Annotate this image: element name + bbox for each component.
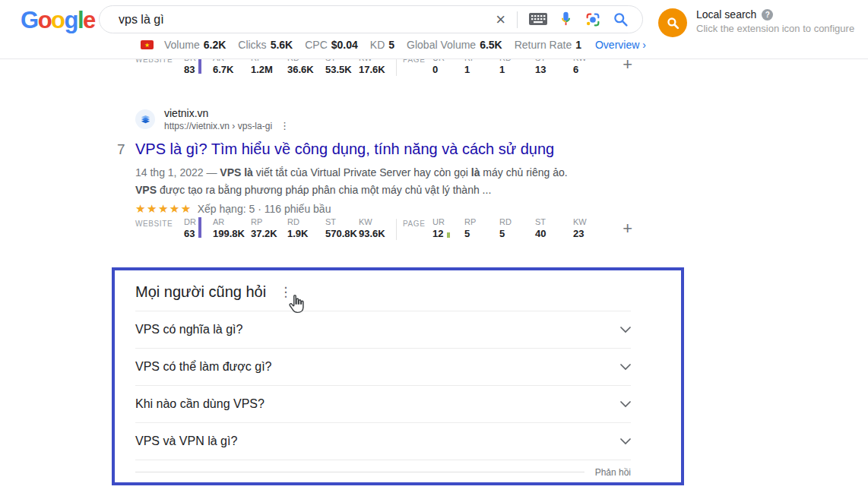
help-icon[interactable]: ? [762,9,773,21]
seo-metric-value: $0.04 [331,39,358,51]
logo-letter: e [83,7,95,34]
extension-info: Local search ? Click the extension icon … [658,8,854,37]
chevron-down-icon[interactable] [620,401,631,408]
chevron-down-icon[interactable] [620,438,631,445]
overview-link[interactable]: Overview › [595,39,646,51]
seo-metric-label: Global Volume [407,39,476,51]
google-serp-page: WEBSITE DR 83 AR 6.7K [0,0,868,496]
logo-letter: G [21,7,38,34]
feedback-divider [135,472,584,472]
metric-label: RP [251,217,277,226]
keyboard-icon[interactable] [529,13,547,26]
seo-metric: Volume 6.2K [164,39,226,51]
metric-value: 1.2M [251,64,273,75]
logo-letter: o [38,7,51,34]
seo-metric-label: CPC [305,39,328,51]
result-site-name[interactable]: vietnix.vn [164,106,290,120]
serp-metrics-row: WEBSITE DR 63 AR 199.8K [135,217,632,240]
metric-value: 5 [499,228,512,239]
metric-value: 83 [184,64,196,75]
metric-label: RD [287,217,308,226]
add-metrics-button[interactable]: + [622,219,632,239]
seo-metric: CPC $0.04 [305,39,358,51]
logo-letter: g [65,7,78,34]
feedback-link[interactable]: Phản hồi [595,467,631,478]
paa-question-row[interactable]: VPS có nghĩa là gì? [135,311,631,349]
seo-metric: Clicks 5.6K [238,39,293,51]
metrics-group-divider [396,219,397,240]
seo-metric-value: 5.6K [271,39,293,51]
metric-value: 570.8K [325,228,357,239]
seo-metric-label: Clicks [238,39,266,51]
seo-metric: KD 5 [370,39,394,51]
voice-search-icon[interactable] [559,11,573,29]
metric-value: 13 [535,64,546,75]
people-also-ask-box: Mọi người cũng hỏi ⋮ VPS có nghĩa là gì?… [112,267,684,485]
metric-value: 6.7K [213,64,233,75]
local-search-extension-icon[interactable] [658,8,687,37]
seo-metric-value: 6.5K [480,39,502,51]
seo-metric-label: Return Rate [515,39,572,51]
seo-metric-label: Volume [164,39,200,51]
vietnix-favicon [135,109,155,129]
search-input[interactable]: vps là gì [119,13,484,27]
paa-question-row[interactable]: VPS và VPN là gì? [135,423,631,460]
metric-label: ST [325,217,357,226]
metric-value: 1.9K [287,228,308,239]
chevron-down-icon[interactable] [620,364,631,371]
search-box[interactable]: vps là gì × [99,5,643,33]
metric-label: RD [499,217,512,226]
metric-value: 1 [464,64,476,75]
clear-search-icon[interactable]: × [496,12,505,27]
page-metrics-group: UR 12 RP 5 RD 5 [432,217,607,239]
metric-label: KW [359,217,385,226]
website-metrics-label: WEBSITE [135,217,184,228]
ur-score-bar [447,232,450,238]
paa-question-row[interactable]: VPS có thể làm được gì? [135,349,631,386]
metric-label: AR [213,217,245,226]
paa-question-text: VPS có thể làm được gì? [135,360,272,374]
result-title-link[interactable]: VPS là gì? Tìm hiểu về công dụng, tính n… [135,139,634,159]
metric-value: 6 [573,64,587,75]
logo-letter: l [78,7,83,34]
metric-column: KW 93.6K [359,217,391,239]
metric-value: 37.2K [251,228,277,239]
metric-column: RP 37.2K [251,217,287,239]
chevron-down-icon[interactable] [620,327,631,333]
metric-column: KW 23 [573,217,607,239]
page-metrics-label: PAGE [403,217,432,228]
google-lens-icon[interactable] [584,11,601,28]
metric-value: 1 [499,64,512,75]
seo-metric: Global Volume 6.5K [407,39,502,51]
extension-hint: Click the extension icon to configure [696,23,854,34]
paa-question-text: VPS và VPN là gì? [135,434,237,448]
metric-label: UR [432,217,445,226]
seo-metric-value: 5 [388,39,394,51]
search-icon[interactable] [613,11,629,27]
metric-value: 40 [535,228,546,239]
google-logo[interactable]: Google [21,7,95,34]
people-also-ask-title: Mọi người cũng hỏi [135,283,266,301]
paa-question-text: VPS có nghĩa là gì? [135,323,242,336]
paa-question-row[interactable]: Khi nào cần dùng VPS? [135,386,631,423]
metric-column: RD 5 [499,217,535,239]
metric-column: UR 12 [432,217,464,239]
metric-column: RD 1.9K [287,217,325,239]
metric-value: 12 [432,228,445,239]
seo-metric: Return Rate 1 [515,39,581,51]
metric-value: 23 [573,228,587,239]
seo-metrics-bar: ★ Volume 6.2K Clicks 5.6K CPC $0 [141,39,646,51]
seo-metric-value: 1 [575,39,581,51]
metric-value: 0 [432,64,445,75]
metric-value: 53.5K [325,64,352,75]
dr-score-bar [198,217,201,238]
search-header: Google vps là gì × Local [0,0,868,59]
vietnam-flag-icon: ★ [141,40,154,49]
result-url[interactable]: https://vietnix.vn › vps-la-gi [164,120,272,132]
metric-value: 36.6K [287,64,314,75]
rating-text: Xếp hạng: 5 · 116 phiếu bầu [198,203,331,215]
mouse-cursor-icon [287,294,306,314]
metric-label: ST [535,217,546,226]
result-menu-icon[interactable]: ⋮ [280,120,290,132]
metric-column: DR 63 [184,217,213,239]
